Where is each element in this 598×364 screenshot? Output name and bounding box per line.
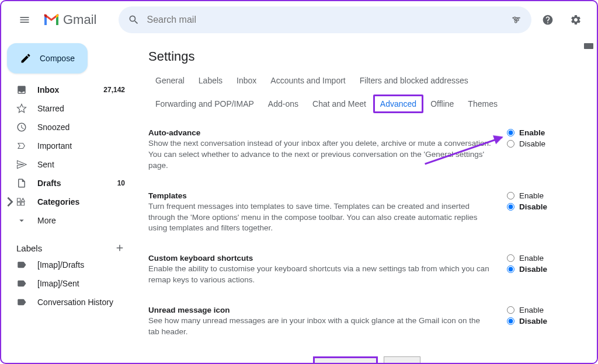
sidebar-item-more[interactable]: More [1, 211, 132, 230]
shortcuts-enable[interactable]: Enable [507, 254, 583, 262]
templates-enable[interactable]: Enable [507, 191, 583, 200]
setting-custom-shortcuts: Custom keyboard shortcuts Enable the abi… [148, 248, 585, 300]
svg-point-0 [514, 17, 516, 19]
search-options-icon[interactable] [510, 14, 522, 26]
templates-disable[interactable]: Disable [507, 202, 583, 211]
labels-header: Labels [1, 238, 132, 256]
label-icon [16, 297, 27, 307]
tab-chat[interactable]: Chat and Meet [305, 94, 373, 113]
tab-advanced[interactable]: Advanced [373, 94, 423, 113]
tab-general[interactable]: General [148, 71, 192, 90]
tab-accounts[interactable]: Accounts and Import [263, 71, 352, 90]
cancel-button[interactable]: Cancel [384, 356, 420, 363]
sidebar-item-categories[interactable]: Categories [1, 192, 132, 211]
setting-unread-icon: Unread message icon See how many unread … [148, 300, 585, 352]
auto-advance-enable[interactable]: Enable [507, 128, 583, 137]
main-menu-icon[interactable] [11, 6, 39, 34]
chevron-down-icon [16, 215, 27, 226]
tab-filters[interactable]: Filters and blocked addresses [353, 71, 475, 90]
tab-labels[interactable]: Labels [192, 71, 230, 90]
gmail-logo[interactable]: Gmail [43, 12, 96, 27]
app-header: Gmail [1, 1, 597, 38]
search-bar[interactable] [119, 6, 531, 33]
support-icon[interactable] [536, 8, 559, 32]
settings-tabs: General Labels Inbox Accounts and Import… [137, 69, 597, 113]
sidebar-item-drafts[interactable]: Drafts 10 [1, 174, 132, 192]
svg-point-1 [517, 19, 519, 20]
save-changes-button[interactable]: Save Changes [313, 356, 378, 363]
send-icon [16, 159, 27, 170]
sidebar-item-starred[interactable]: Starred [1, 99, 132, 118]
input-tools-icon[interactable] [584, 43, 593, 49]
caret-right-icon [5, 197, 15, 207]
sidebar-item-sent[interactable]: Sent [1, 155, 132, 174]
settings-gear-icon[interactable] [564, 8, 587, 32]
important-icon [16, 141, 27, 151]
gmail-icon [43, 13, 60, 26]
tab-inbox[interactable]: Inbox [230, 71, 263, 90]
add-label-icon[interactable] [114, 243, 125, 253]
svg-point-2 [515, 21, 517, 23]
unread-icon-enable[interactable]: Enable [507, 306, 583, 314]
auto-advance-disable[interactable]: Disable [507, 139, 583, 148]
tab-addons[interactable]: Add-ons [261, 94, 305, 113]
search-input[interactable] [147, 15, 503, 25]
label-imap-sent[interactable]: [Imap]/Sent [1, 274, 132, 293]
shortcuts-disable[interactable]: Disable [507, 265, 583, 274]
label-conversation-history[interactable]: Conversation History [1, 293, 132, 312]
compose-button[interactable]: Compose [7, 43, 88, 74]
tab-themes[interactable]: Themes [461, 94, 505, 113]
setting-auto-advance: Auto-advance Show the next conversation … [148, 123, 585, 186]
sidebar-item-important[interactable]: Important [1, 136, 132, 155]
star-icon [16, 103, 27, 114]
label-imap-drafts[interactable]: [Imap]/Drafts [1, 256, 132, 274]
sidebar: Compose Inbox 27,142 Starred Snoozed Imp… [1, 38, 137, 363]
tab-forwarding[interactable]: Forwarding and POP/IMAP [148, 94, 261, 113]
categories-icon [16, 197, 27, 207]
settings-panel: Settings General Labels Inbox Accounts a… [137, 38, 597, 363]
tab-offline[interactable]: Offline [423, 94, 461, 113]
unread-icon-disable[interactable]: Disable [507, 317, 583, 326]
inbox-icon [16, 85, 27, 95]
sidebar-item-inbox[interactable]: Inbox 27,142 [1, 80, 132, 99]
label-icon [16, 278, 27, 289]
settings-title: Settings [137, 38, 597, 69]
setting-templates: Templates Turn frequent messages into te… [148, 186, 585, 249]
sidebar-item-snoozed[interactable]: Snoozed [1, 118, 132, 136]
clock-icon [16, 122, 27, 132]
file-icon [16, 178, 27, 188]
brand-name: Gmail [63, 12, 96, 27]
compose-label: Compose [40, 54, 75, 63]
pencil-icon [20, 52, 32, 64]
search-icon [128, 14, 140, 26]
label-icon [16, 260, 27, 270]
